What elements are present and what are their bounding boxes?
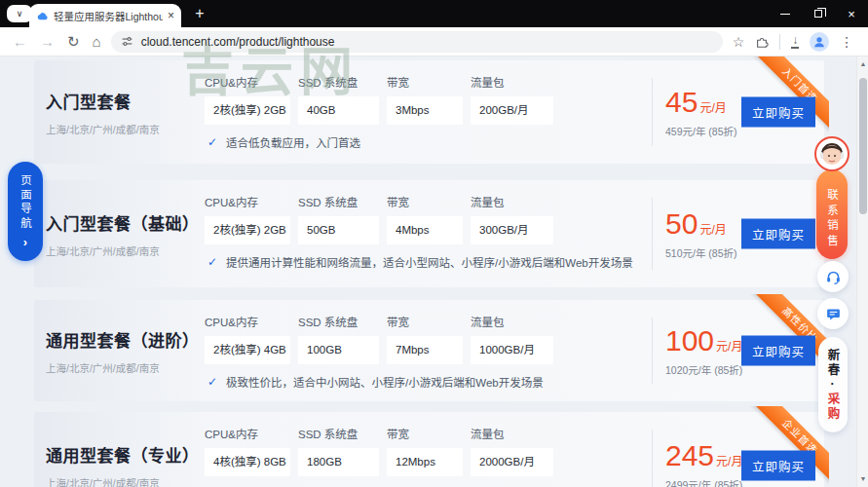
plan-regions: 上海/北京/广州/成都/南京 bbox=[46, 244, 204, 258]
divider bbox=[652, 78, 653, 146]
new-tab-button[interactable]: + bbox=[189, 3, 210, 24]
spec-label: CPU&内存 bbox=[205, 74, 290, 90]
spec-value: 7Mbps bbox=[387, 336, 463, 364]
agent-face-icon bbox=[816, 138, 848, 169]
chat-support-button[interactable] bbox=[817, 298, 849, 329]
spec-value: 2核(独享) 2GB bbox=[205, 96, 290, 125]
scroll-up-icon[interactable]: ▲ bbox=[857, 58, 868, 70]
check-icon: ✓ bbox=[208, 135, 217, 149]
price-block: 45元/月 459元/年 (85折) bbox=[665, 87, 737, 138]
spec-value: 4Mbps bbox=[387, 216, 463, 244]
tab-title: 轻量应用服务器Lighthouse 腾 bbox=[54, 9, 163, 23]
phone-support-button[interactable] bbox=[817, 261, 849, 292]
menu-dots-icon[interactable]: ⋮ bbox=[840, 34, 853, 50]
home-icon[interactable]: ⌂ bbox=[93, 34, 101, 49]
plan-title: 入门型套餐（基础） bbox=[46, 210, 204, 235]
price-amount: 100 bbox=[665, 324, 714, 356]
buy-now-button[interactable]: 立即购买 bbox=[741, 336, 815, 366]
plan-feature: ✓ 适合低负载应用，入门首选 bbox=[208, 134, 360, 150]
spec-label: SSD 系统盘 bbox=[298, 194, 379, 209]
spring-promo-button[interactable]: 新春· 采购 bbox=[818, 337, 848, 432]
price-amount: 50 bbox=[665, 207, 698, 240]
toolbar-divider bbox=[779, 34, 780, 50]
price-yearly: 459元/年 (85折) bbox=[665, 123, 737, 137]
plan-feature: ✓ 提供通用计算性能和网络流量，适合小型网站、小程序/小游戏后端和Web开发场景 bbox=[208, 254, 633, 270]
spec-label: CPU&内存 bbox=[205, 426, 290, 441]
headset-icon bbox=[825, 269, 842, 285]
window-controls: × bbox=[769, 0, 868, 27]
spec-value: 180GB bbox=[298, 448, 379, 476]
contact-sales-button[interactable]: 联系销售 bbox=[816, 169, 848, 259]
spec-value: 1000GB/月 bbox=[471, 336, 553, 364]
minimize-button[interactable] bbox=[769, 0, 802, 27]
spec-label: 流量包 bbox=[471, 314, 553, 329]
promo-label-top: 新春· bbox=[824, 349, 843, 393]
address-bar[interactable]: cloud.tencent.com/product/lighthouse bbox=[111, 31, 723, 53]
spec-label: 流量包 bbox=[471, 426, 553, 441]
back-icon[interactable]: ← bbox=[13, 34, 27, 49]
price-block: 100元/月 1020元/年 (85折) bbox=[665, 325, 742, 377]
spec-value: 200GB/月 bbox=[471, 96, 553, 125]
spec-value: 12Mbps bbox=[387, 448, 463, 476]
restore-button[interactable] bbox=[802, 0, 835, 27]
price-block: 50元/月 510元/年 (85折) bbox=[665, 208, 737, 260]
spec-label: 带宽 bbox=[387, 194, 463, 209]
bookmark-star-icon[interactable]: ☆ bbox=[733, 34, 745, 50]
spec-label: 流量包 bbox=[471, 194, 553, 209]
close-icon: × bbox=[848, 8, 855, 20]
plan-card-general-pro: 企业首选 通用型套餐（专业） 上海/北京/广州/成都/南京 CPU&内存4核(独… bbox=[34, 412, 824, 487]
chat-bubble-icon bbox=[825, 306, 842, 322]
plan-regions: 上海/北京/广州/成都/南京 bbox=[46, 475, 204, 487]
browser-toolbar: ← → ↻ ⌂ cloud.tencent.com/product/lighth… bbox=[0, 27, 868, 56]
spec-label: 带宽 bbox=[387, 426, 463, 441]
price-yearly: 2499元/年 (85折) bbox=[665, 476, 742, 487]
plus-icon: + bbox=[195, 5, 204, 22]
price-unit: 元/月 bbox=[716, 455, 742, 468]
scroll-down-icon[interactable]: ▼ bbox=[857, 473, 868, 485]
price-yearly: 510元/年 (85折) bbox=[665, 244, 737, 259]
reload-icon[interactable]: ↻ bbox=[67, 34, 80, 49]
profile-avatar[interactable] bbox=[810, 32, 829, 52]
forward-icon[interactable]: → bbox=[40, 34, 55, 49]
spec-label: 流量包 bbox=[471, 74, 553, 90]
url-text: cloud.tencent.com/product/lighthouse bbox=[141, 35, 335, 49]
spec-label: 带宽 bbox=[387, 74, 463, 90]
page-nav-tab[interactable]: 页面导航 › bbox=[8, 162, 43, 261]
extensions-icon[interactable] bbox=[755, 35, 769, 49]
page-nav-label: 页面导航 bbox=[18, 174, 33, 231]
plan-card-entry-basic: 入门型套餐（基础） 上海/北京/广州/成都/南京 CPU&内存2核(独享) 2G… bbox=[34, 180, 824, 287]
site-settings-icon bbox=[121, 35, 133, 48]
buy-now-button[interactable]: 立即购买 bbox=[741, 97, 815, 128]
close-window-button[interactable]: × bbox=[835, 0, 868, 27]
plan-title: 通用型套餐（进阶） bbox=[46, 327, 204, 352]
spec-value: 3Mbps bbox=[387, 96, 463, 125]
plan-regions: 上海/北京/广州/成都/南京 bbox=[46, 360, 204, 375]
price-unit: 元/月 bbox=[716, 340, 742, 354]
person-icon bbox=[812, 35, 826, 49]
page-scrollbar[interactable]: ▲ ▼ bbox=[856, 56, 868, 487]
price-yearly: 1020元/年 (85折) bbox=[665, 361, 742, 376]
toolbar-right: ☆ ↓ ⋮ bbox=[733, 32, 854, 52]
plan-title: 通用型套餐（专业） bbox=[46, 442, 204, 467]
scrollbar-thumb[interactable] bbox=[859, 78, 867, 214]
buy-now-button[interactable]: 立即购买 bbox=[741, 219, 815, 249]
price-amount: 245 bbox=[665, 439, 714, 471]
spec-value: 2核(独享) 2GB bbox=[205, 216, 290, 244]
download-icon[interactable]: ↓ bbox=[791, 34, 799, 49]
buy-now-button[interactable]: 立即购买 bbox=[741, 451, 815, 481]
chevron-down-icon: ∨ bbox=[17, 9, 23, 19]
spec-label: CPU&内存 bbox=[205, 314, 290, 329]
spec-value: 40GB bbox=[298, 96, 379, 125]
check-icon: ✓ bbox=[208, 255, 217, 269]
tab-close-icon[interactable]: × bbox=[168, 10, 174, 21]
plan-card-entry: 入门首选 入门型套餐 上海/北京/广州/成都/南京 CPU&内存2核(独享) 2… bbox=[34, 60, 824, 164]
spec-label: SSD 系统盘 bbox=[298, 314, 379, 329]
spec-label: CPU&内存 bbox=[205, 194, 290, 209]
plan-title: 入门型套餐 bbox=[46, 89, 204, 113]
plan-card-general-advanced: 高性价比 通用型套餐（进阶） 上海/北京/广州/成都/南京 CPU&内存2核(独… bbox=[34, 300, 824, 401]
browser-tab[interactable]: 轻量应用服务器Lighthouse 腾 × bbox=[29, 4, 181, 27]
spec-value: 2000GB/月 bbox=[471, 448, 553, 476]
customer-service-avatar[interactable] bbox=[814, 136, 849, 171]
price-unit: 元/月 bbox=[699, 101, 726, 115]
page-content: 入门首选 入门型套餐 上海/北京/广州/成都/南京 CPU&内存2核(独享) 2… bbox=[0, 56, 868, 487]
